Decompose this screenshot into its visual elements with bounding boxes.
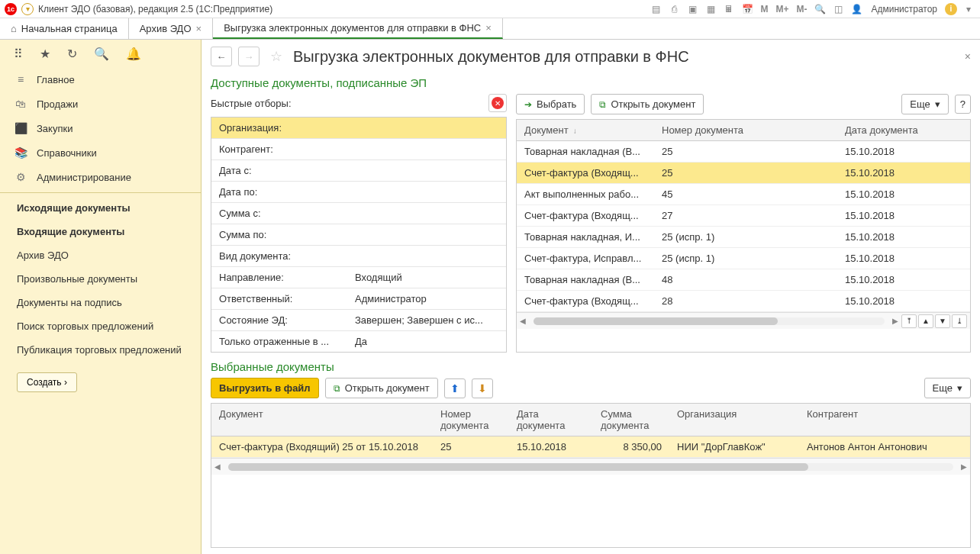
nav-admin[interactable]: ⚙Администрирование [0, 165, 201, 189]
tab-home[interactable]: ⌂ Начальная страница [0, 18, 129, 39]
more-button-2[interactable]: Еще▾ [924, 378, 971, 398]
scroll-right-icon[interactable]: ▶ [892, 317, 898, 325]
filters-table: Организация: Контрагент: Дата с: Дата по… [211, 117, 507, 353]
calculator-icon[interactable]: 🖩 [722, 2, 736, 16]
create-button[interactable]: Создать › [17, 372, 77, 392]
bell-icon[interactable]: 🔔 [126, 47, 141, 61]
memory-m-minus[interactable]: M- [795, 4, 808, 14]
cell-doc: Акт выполненных рабо... [517, 184, 654, 205]
open-document-button-2[interactable]: ⧉Открыть документ [325, 378, 438, 398]
memory-m-plus[interactable]: M+ [774, 4, 790, 14]
first-page-icon[interactable]: ⤒ [901, 314, 917, 328]
col-sum[interactable]: Сумма документа [593, 404, 669, 436]
filter-row-ed-state[interactable]: Состояние ЭД:Завершен; Завершен с ис... [211, 310, 506, 331]
help-button[interactable]: ? [955, 95, 971, 114]
horizontal-scrollbar[interactable] [228, 463, 953, 471]
open-document-button[interactable]: ⧉Открыть документ [591, 94, 704, 114]
calendar-icon[interactable]: 📅 [740, 2, 754, 16]
col-num[interactable]: Номер документа [433, 404, 509, 436]
col-number[interactable]: Номер документа [654, 120, 837, 140]
filter-row-organization[interactable]: Организация: [211, 118, 506, 139]
user-name[interactable]: Администратор [868, 4, 940, 14]
close-icon[interactable]: × [196, 23, 202, 34]
filter-row-date-to[interactable]: Дата по: [211, 182, 506, 203]
table-row[interactable]: Товарная накладная (В...2515.10.2018 [517, 141, 970, 163]
search-icon[interactable]: 🔍 [94, 47, 109, 61]
dropdown-icon[interactable]: ▾ [21, 3, 34, 15]
table-row[interactable]: Акт выполненных рабо...4515.10.2018 [517, 184, 970, 205]
move-up-button[interactable]: ⬆ [444, 378, 466, 398]
cell-num: 48 [654, 269, 837, 290]
link-incoming-docs[interactable]: Входящие документы [0, 220, 201, 243]
panel-icon[interactable]: ◫ [831, 2, 845, 16]
link-publish-offers[interactable]: Публикация торговых предложений [0, 338, 201, 362]
divider [0, 192, 201, 193]
link-search-offers[interactable]: Поиск торговых предложений [0, 314, 201, 338]
filter-row-responsible[interactable]: Ответственный:Администратор [211, 288, 506, 310]
cell-org: НИИ "ДорГлавКож" [669, 436, 799, 457]
col-document[interactable]: Документ↓ [517, 120, 654, 140]
more-button[interactable]: Еще▾ [901, 94, 948, 114]
link-archive[interactable]: Архив ЭДО [0, 243, 201, 267]
table-row[interactable]: Товарная накладная, И...25 (испр. 1)15.1… [517, 227, 970, 248]
tab-archive[interactable]: Архив ЭДО × [129, 18, 213, 39]
move-down-button[interactable]: ⬇ [472, 378, 493, 398]
scroll-right-icon[interactable]: ▶ [961, 462, 967, 471]
history-icon[interactable]: ↻ [67, 47, 77, 61]
filter-row-only-reflected[interactable]: Только отраженные в ...Да [211, 331, 506, 352]
toolbar-icon[interactable]: ▤ [649, 2, 662, 16]
nav-main[interactable]: ≡Главное [0, 67, 201, 92]
toolbar-icon[interactable]: ▣ [685, 2, 699, 16]
col-org[interactable]: Организация [669, 404, 799, 436]
col-date[interactable]: Дата документа [509, 404, 593, 436]
scroll-left-icon[interactable]: ◀ [214, 462, 221, 471]
tab-export-fns[interactable]: Выгрузка электронных документов для отпр… [213, 18, 503, 39]
filter-row-direction[interactable]: Направление:Входящий [211, 267, 506, 288]
table-row[interactable]: Счет-фактура (Входящ...2515.10.2018 [517, 163, 970, 184]
chevron-down-icon[interactable]: ▾ [962, 2, 975, 16]
zoom-icon[interactable]: 🔍 [813, 2, 827, 16]
print-icon[interactable]: ⎙ [667, 2, 681, 16]
filter-row-date-from[interactable]: Дата с: [211, 160, 506, 182]
link-outgoing-docs[interactable]: Исходящие документы [0, 196, 201, 220]
next-page-icon[interactable]: ▼ [935, 314, 950, 328]
horizontal-scrollbar[interactable] [534, 317, 885, 325]
table-row[interactable]: Счет-фактура (Входящ...2815.10.2018 [517, 291, 970, 312]
info-icon[interactable]: i [945, 3, 957, 15]
nav-label: Главное [37, 74, 75, 85]
filter-row-sum-from[interactable]: Сумма с: [211, 203, 506, 224]
link-docs-to-sign[interactable]: Документы на подпись [0, 291, 201, 314]
memory-m[interactable]: M [759, 4, 769, 14]
scroll-left-icon[interactable]: ◀ [520, 317, 526, 325]
nav-sales[interactable]: 🛍Продажи [0, 92, 201, 116]
select-button[interactable]: ➔Выбрать [516, 94, 585, 114]
close-page-icon[interactable]: × [965, 50, 971, 63]
col-doc[interactable]: Документ [211, 404, 433, 436]
table-row[interactable]: Счет-фактура (Входящ...2715.10.2018 [517, 205, 970, 227]
col-contr[interactable]: Контрагент [799, 404, 970, 436]
table-row[interactable]: Счет-фактура (Входящий) 25 от 15.10.2018… [211, 436, 970, 458]
col-date[interactable]: Дата документа [837, 120, 970, 140]
prev-page-icon[interactable]: ▲ [918, 314, 933, 328]
table-row[interactable]: Товарная накладная (В...4815.10.2018 [517, 269, 970, 291]
toolbar-icon[interactable]: ▦ [704, 2, 717, 16]
apps-icon[interactable]: ⠿ [14, 47, 23, 61]
export-button[interactable]: Выгрузить в файл [211, 378, 319, 398]
close-icon[interactable]: × [485, 22, 492, 34]
link-arbitrary-docs[interactable]: Произвольные документы [0, 267, 201, 291]
user-icon: 👤 [849, 2, 863, 16]
forward-button[interactable]: → [238, 47, 260, 66]
back-button[interactable]: ← [211, 47, 232, 66]
favorite-star-icon[interactable]: ☆ [270, 48, 282, 65]
menu-icon: ≡ [14, 73, 27, 85]
nav-references[interactable]: 📚Справочники [0, 140, 201, 165]
nav-purchases[interactable]: ⬛Закупки [0, 116, 201, 140]
star-icon[interactable]: ★ [40, 47, 50, 61]
table-body: Счет-фактура (Входящий) 25 от 15.10.2018… [211, 436, 970, 458]
last-page-icon[interactable]: ⤓ [952, 314, 967, 328]
filter-row-sum-to[interactable]: Сумма по: [211, 224, 506, 246]
clear-filters-button[interactable]: ✕ [488, 94, 507, 112]
table-row[interactable]: Счет-фактура, Исправл...25 (испр. 1)15.1… [517, 248, 970, 269]
filter-row-contragent[interactable]: Контрагент: [211, 139, 506, 160]
filter-row-doc-type[interactable]: Вид документа: [211, 246, 506, 267]
